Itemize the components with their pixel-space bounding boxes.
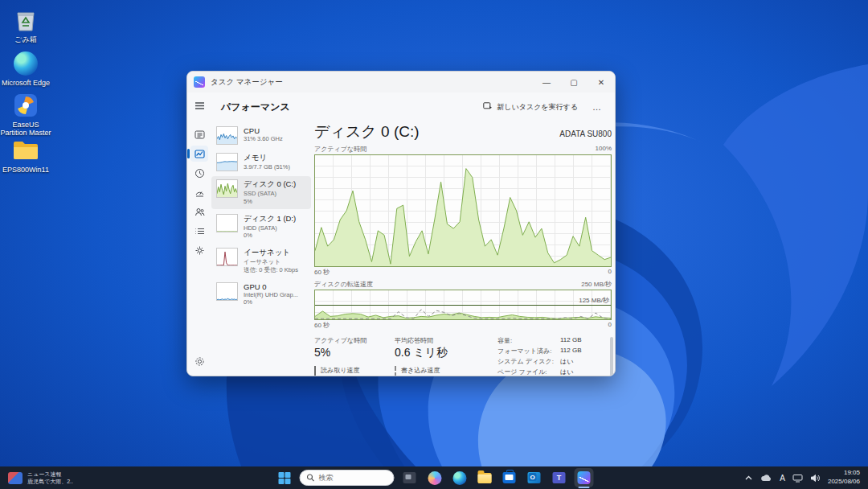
widgets-button[interactable]: ニュース速報 鹿児島で大雨、2.. [0,466,81,489]
nav-startup-apps-icon[interactable] [190,184,208,200]
disk-stats-left: アクティブな時間 5% 平均応答時間 0.6 ミリ秒 読み取り速度 8.1 MB… [314,336,483,376]
clock-time: 19:05 [828,469,860,478]
taskbar-outlook-button[interactable] [525,468,544,487]
disk-title: ディスク 0 (C:) [314,121,559,142]
task-manager-window: タスク マネージャー — ▢ ✕ パフォーマンス 新しいタスクを実行する … [186,71,616,376]
task-manager-icon [578,471,591,484]
taskbar-teams-button[interactable] [550,468,569,487]
easeus-partition-master-icon [12,92,39,119]
search-input[interactable] [319,474,383,482]
titlebar[interactable]: タスク マネージャー — ▢ ✕ [187,72,615,92]
chart1-time-right: 0 [608,268,612,277]
performance-sidebar: CPU 31% 3.60 GHz メモリ 3.9/7.7 GB (51%) ディ… [211,123,311,311]
more-options-button[interactable]: … [584,101,610,113]
disk0-sparkline [216,179,238,198]
stat-active-time: アクティブな時間 5% [314,336,395,360]
transfer-midline-label: 125 MB/秒 [579,296,609,305]
page-title: パフォーマンス [211,101,477,114]
disk-detail-panel: ディスク 0 (C:) ADATA SU800 アクティブな時間 100% 60… [314,121,612,376]
volume-icon[interactable] [810,474,821,483]
run-new-task-button[interactable]: 新しいタスクを実行する [477,98,584,116]
desktop-icon-label: EaseUS Partition Master [0,121,51,138]
taskbar-task-manager-button[interactable] [575,468,594,487]
sidebar-item-cpu[interactable]: CPU 31% 3.60 GHz [211,123,311,148]
minimize-button[interactable]: — [533,72,560,92]
edge-icon [12,50,39,77]
window-scrollbar[interactable] [610,337,613,376]
taskbar-dark-app-button[interactable] [400,468,420,487]
nav-menu-hamburger-icon[interactable] [190,97,208,113]
start-button[interactable] [275,468,294,487]
sidebar-item-memory[interactable]: メモリ 3.9/7.7 GB (51%) [211,150,311,175]
transfer-midline [315,305,611,306]
desktop-icon-easeus[interactable]: EaseUS Partition Master [0,92,51,138]
taskbar-search[interactable] [300,470,395,486]
chart1-max-label: 100% [596,145,612,154]
network-icon[interactable] [792,474,803,483]
sidebar-item-disk1[interactable]: ディスク 1 (D:) HDD (SATA) 0% [211,211,311,244]
folder-icon [12,137,39,164]
desktop-icon-label: ごみ箱 [0,35,51,43]
widgets-news-icon [8,472,23,484]
active-time-chart [314,154,612,267]
run-new-task-icon [483,101,493,113]
gpu-sparkline [216,282,238,301]
stat-avg-response: 平均応答時間 0.6 ミリ秒 [395,336,483,360]
memory-sparkline [216,153,238,171]
teams-icon [553,472,566,483]
stat-write-speed: 書き込み速度 122 KB/秒 [395,366,483,376]
taskbar-store-button[interactable] [500,468,519,487]
active-time-series [315,155,611,266]
copilot-icon [428,471,441,485]
close-button[interactable]: ✕ [588,72,615,92]
nav-rail [187,92,211,376]
hidden-icons-chevron[interactable] [744,474,753,483]
nav-performance-icon[interactable] [190,146,208,162]
taskbar-explorer-button[interactable] [475,468,494,487]
disk1-sparkline [216,214,238,232]
widgets-headline-1: ニュース速報 [27,471,73,478]
stat-page-file: ページ ファイル:はい [497,368,596,376]
transfer-rate-chart: 125 MB/秒 [314,290,612,320]
widgets-headline-2: 鹿児島で大雨、2.. [27,478,73,485]
settings-gear-icon[interactable] [190,353,208,369]
disk-device-name: ADATA SU800 [559,129,612,138]
chart2-time-right: 0 [608,321,612,330]
stat-system-disk: システム ディスク:はい [497,357,596,366]
onedrive-icon[interactable] [760,474,772,482]
sidebar-item-disk0[interactable]: ディスク 0 (C:) SSD (SATA) 5% [211,176,311,209]
file-explorer-icon [477,473,491,483]
taskbar: ニュース速報 鹿児島で大雨、2.. [0,466,868,489]
taskbar-copilot-button[interactable] [425,468,444,487]
desktop-icon-edge[interactable]: Microsoft Edge [0,50,51,87]
nav-app-history-icon[interactable] [190,165,208,181]
desktop-icon-label: Microsoft Edge [0,79,51,87]
dark-window-icon [403,472,416,483]
nav-processes-icon[interactable] [190,126,208,142]
sidebar-item-ethernet[interactable]: イーサネット イーサネット 送信: 0 受信: 0 Kbps [211,244,311,277]
task-manager-app-icon [194,76,205,88]
taskbar-edge-button[interactable] [450,468,469,487]
stat-read-speed: 読み取り速度 8.1 MB/秒 [314,366,395,376]
desktop: ごみ箱 Microsoft Edge EaseUS Partition Mast… [0,0,868,489]
clock-date: 2025/08/06 [828,478,860,487]
stat-formatted: フォーマット済み:112 GB [497,347,596,355]
desktop-icon-folder[interactable]: EPS800Win11 [0,137,51,174]
chart1-time-left: 60 秒 [314,268,330,277]
ethernet-sparkline [216,248,238,266]
desktop-icon-label: EPS800Win11 [0,166,51,174]
sidebar-item-gpu[interactable]: GPU 0 Intel(R) UHD Grap... 0% [211,279,311,310]
recycle-bin-icon [12,6,39,34]
maximize-button[interactable]: ▢ [560,72,588,92]
chart2-label: ディスクの転送速度 [314,280,373,289]
nav-users-icon[interactable] [190,203,208,220]
stat-capacity: 容量:112 GB [497,336,596,345]
desktop-icon-recycle-bin[interactable]: ごみ箱 [0,6,51,43]
chart2-time-left: 60 秒 [314,321,330,330]
ime-indicator[interactable]: A [780,474,785,483]
cpu-sparkline [216,126,238,145]
taskbar-clock[interactable]: 19:05 2025/08/06 [828,469,860,487]
nav-details-icon[interactable] [190,223,208,239]
nav-services-icon[interactable] [190,242,208,258]
chart1-label: アクティブな時間 [314,145,366,154]
